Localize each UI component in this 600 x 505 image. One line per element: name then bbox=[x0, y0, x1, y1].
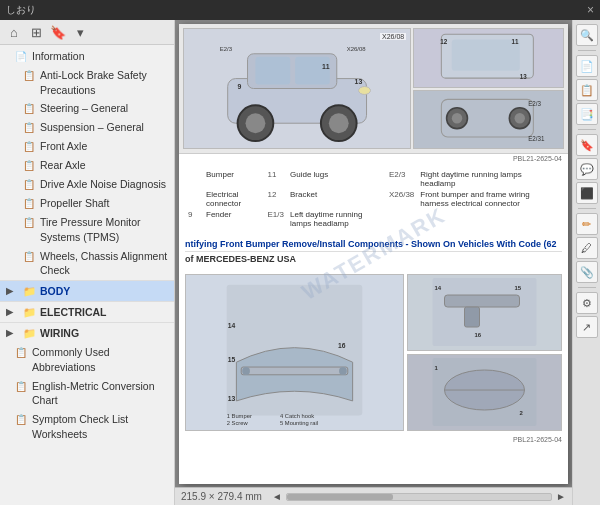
scrollbar-thumb bbox=[287, 494, 393, 500]
sidebar-item-tpms[interactable]: 📋 Tire Pressure Monitor Systems (TPMS) bbox=[0, 213, 174, 246]
svg-text:14: 14 bbox=[435, 285, 442, 291]
svg-point-5 bbox=[246, 113, 266, 133]
sidebar-toolbar: ⌂ ⊞ 🔖 ▾ bbox=[0, 20, 174, 45]
sidebar-label: Drive Axle Noise Diagnosis bbox=[40, 177, 168, 192]
svg-text:11: 11 bbox=[512, 38, 519, 45]
sidebar-expand-icon[interactable]: ⊞ bbox=[28, 24, 44, 40]
expand-icon: ▶ bbox=[6, 328, 18, 338]
table-row: Electrical connector 12 Bracket X26/38 F… bbox=[185, 189, 562, 209]
section-label: WIRING bbox=[40, 327, 79, 339]
svg-point-24 bbox=[515, 112, 525, 122]
svg-text:15: 15 bbox=[515, 285, 522, 291]
folder-icon: 📁 bbox=[22, 284, 36, 298]
attach-button[interactable]: 📎 bbox=[576, 261, 598, 283]
status-bar: 215.9 × 279.4 mm ◄ ► bbox=[175, 487, 572, 505]
sidebar-section-electrical[interactable]: ▶ 📁 ELECTRICAL bbox=[0, 301, 174, 322]
svg-rect-40 bbox=[445, 295, 520, 307]
svg-text:16: 16 bbox=[338, 342, 346, 349]
part-name: Electrical connector bbox=[203, 189, 265, 209]
sidebar-item-suspension[interactable]: 📋 Suspension – General bbox=[0, 118, 174, 137]
svg-text:13: 13 bbox=[355, 78, 363, 85]
export-button[interactable]: ↗ bbox=[576, 316, 598, 338]
sidebar-label: Propeller Shaft bbox=[40, 196, 168, 211]
svg-text:E2/31: E2/31 bbox=[528, 135, 545, 142]
sidebar-label: Anti-Lock Brake Safety Precautions bbox=[40, 68, 168, 97]
bookmark-button[interactable]: 🔖 bbox=[576, 134, 598, 156]
svg-point-30 bbox=[339, 367, 347, 375]
part-desc2: Bracket bbox=[287, 189, 386, 209]
document-area: WATERMARK bbox=[175, 20, 572, 487]
sidebar-item-abbreviations[interactable]: 📋 Commonly Used Abbreviations bbox=[0, 343, 174, 376]
part-desc3 bbox=[417, 209, 562, 229]
page-size: 215.9 × 279.4 mm bbox=[181, 491, 262, 502]
scroll-right-button[interactable]: ► bbox=[556, 491, 566, 502]
sidebar-label: Symptom Check List Worksheets bbox=[32, 412, 168, 441]
doc-view-button[interactable]: 📑 bbox=[576, 103, 598, 125]
stamp-button[interactable]: ⬛ bbox=[576, 182, 598, 204]
sidebar-item-alignment[interactable]: 📋 Wheels, Chassis Alignment Check bbox=[0, 247, 174, 280]
sidebar-section-wiring[interactable]: ▶ 📁 WIRING bbox=[0, 322, 174, 343]
svg-text:13: 13 bbox=[520, 73, 527, 80]
sidebar-item-steering[interactable]: 📋 Steering – General bbox=[0, 99, 174, 118]
doc-icon: 📋 bbox=[22, 216, 36, 230]
part-name: Bumper bbox=[203, 169, 265, 189]
sidebar-item-propeller[interactable]: 📋 Propeller Shaft bbox=[0, 194, 174, 213]
car-images-section: X26/08 E2/3 9 11 13 X26/08 bbox=[179, 24, 568, 154]
bumper-detail-top-svg: 14 15 16 bbox=[408, 275, 561, 350]
part-ref3 bbox=[386, 209, 417, 229]
scroll-left-button[interactable]: ◄ bbox=[272, 491, 282, 502]
sidebar-chevron-icon[interactable]: ▾ bbox=[72, 24, 88, 40]
document-page: WATERMARK bbox=[179, 24, 568, 484]
table-row: 9 Fender E1/3 Left daytime running lamps… bbox=[185, 209, 562, 229]
doc-icon: 📋 bbox=[22, 69, 36, 83]
close-button[interactable]: × bbox=[587, 3, 594, 17]
sidebar-item-front-axle[interactable]: 📋 Front Axle bbox=[0, 137, 174, 156]
part-num2: 12 bbox=[265, 189, 287, 209]
svg-point-22 bbox=[452, 112, 462, 122]
highlight-button[interactable]: 🖊 bbox=[576, 237, 598, 259]
svg-text:E2/3: E2/3 bbox=[220, 46, 233, 52]
comment-button[interactable]: 💬 bbox=[576, 158, 598, 180]
doc-icon: 📋 bbox=[22, 250, 36, 264]
doc-heading-section: ntifying Front Bumper Remove/Install Com… bbox=[179, 233, 568, 270]
sidebar-item-symptom[interactable]: 📋 Symptom Check List Worksheets bbox=[0, 410, 174, 443]
sidebar-item-information[interactable]: 📄 Information bbox=[0, 47, 174, 66]
sidebar-label: Front Axle bbox=[40, 139, 168, 154]
draw-button[interactable]: ✏ bbox=[576, 213, 598, 235]
car-bottom-svg: E2/3 E2/31 bbox=[414, 91, 563, 149]
svg-text:14: 14 bbox=[228, 322, 236, 329]
sidebar-item-anti-lock[interactable]: 📋 Anti-Lock Brake Safety Precautions bbox=[0, 66, 174, 99]
horizontal-scrollbar[interactable] bbox=[286, 493, 552, 501]
svg-text:13: 13 bbox=[228, 395, 236, 402]
sidebar-bookmark-icon[interactable]: 🔖 bbox=[50, 24, 66, 40]
sidebar-section-body[interactable]: ▶ 📁 BODY bbox=[0, 280, 174, 301]
part-name: Fender bbox=[203, 209, 265, 229]
parts-ref-line: PBL21-2625-04 bbox=[179, 154, 568, 163]
sidebar-item-rear-axle[interactable]: 📋 Rear Axle bbox=[0, 156, 174, 175]
sidebar-home-icon[interactable]: ⌂ bbox=[6, 24, 22, 40]
svg-text:15: 15 bbox=[228, 356, 236, 363]
nav-next-button[interactable]: 📋 bbox=[576, 79, 598, 101]
bumper-image-main: 14 15 13 16 1 Bumper 2 Screw 4 Catch hoo… bbox=[185, 274, 404, 431]
part-desc2: Guide lugs bbox=[287, 169, 386, 189]
parts-table-section: Bumper 11 Guide lugs E2/3 Right daytime … bbox=[179, 163, 568, 233]
doc-main-heading: ntifying Front Bumper Remove/Install Com… bbox=[185, 239, 562, 252]
sidebar-label: Information bbox=[32, 49, 168, 64]
doc-icon: 📋 bbox=[22, 121, 36, 135]
doc-icon: 📋 bbox=[22, 197, 36, 211]
svg-point-7 bbox=[329, 113, 349, 133]
sidebar-item-drive-axle[interactable]: 📋 Drive Axle Noise Diagnosis bbox=[0, 175, 174, 194]
parts-table: Bumper 11 Guide lugs E2/3 Right daytime … bbox=[185, 169, 562, 229]
sidebar-item-conversion[interactable]: 📋 English-Metric Conversion Chart bbox=[0, 377, 174, 410]
sidebar-content: 📄 Information 📋 Anti-Lock Brake Safety P… bbox=[0, 45, 174, 505]
part-desc2: Left daytime running lamps headlamp bbox=[287, 209, 386, 229]
svg-text:16: 16 bbox=[475, 332, 482, 338]
zoom-button[interactable]: 🔍 bbox=[576, 24, 598, 46]
expand-icon: ▶ bbox=[6, 307, 18, 317]
svg-text:2 Screw: 2 Screw bbox=[227, 420, 249, 426]
nav-prev-button[interactable]: 📄 bbox=[576, 55, 598, 77]
svg-rect-16 bbox=[452, 39, 520, 70]
title-text: しおり bbox=[6, 3, 36, 17]
sidebar-label: Wheels, Chassis Alignment Check bbox=[40, 249, 168, 278]
settings-button[interactable]: ⚙ bbox=[576, 292, 598, 314]
